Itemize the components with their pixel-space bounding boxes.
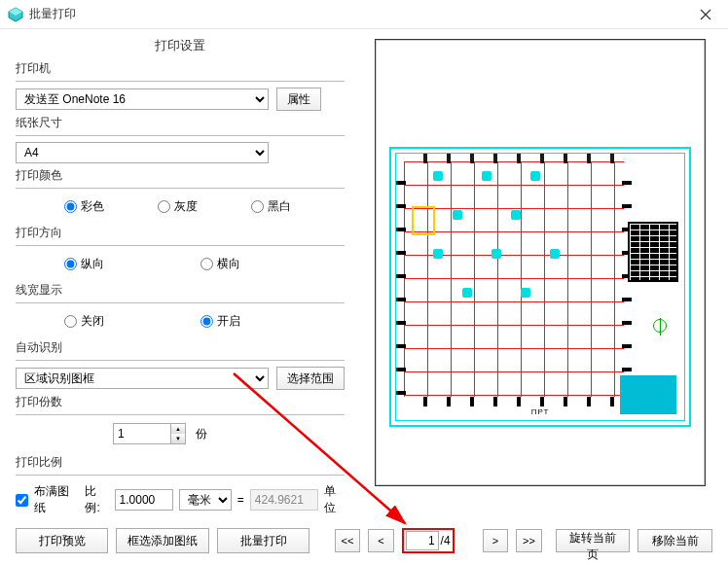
color-radio-bw[interactable]: 黑白 [251, 198, 345, 215]
equals-label: = [237, 493, 244, 507]
printer-label: 打印机 [16, 60, 345, 77]
drawing-border: ПРТ [389, 147, 691, 427]
nav-first-button[interactable]: << [335, 529, 360, 552]
printer-select[interactable]: 发送至 OneNote 16 [16, 88, 269, 110]
close-button[interactable] [691, 0, 720, 29]
nav-prev-button[interactable]: < [368, 529, 393, 552]
titlebar: 批量打印 [0, 0, 728, 29]
color-group: 打印颜色 彩色 灰度 黑白 [16, 167, 345, 221]
lineweight-group: 线宽显示 关闭 开启 [16, 282, 345, 335]
bottom-toolbar: 打印预览 框选添加图纸 批量打印 << < /4 > >> 旋转当前页 移除当前 [0, 516, 728, 565]
copies-label: 打印份数 [16, 394, 345, 410]
paper-group: 纸张尺寸 A4 [16, 115, 345, 163]
fit-label: 布满图纸 [34, 483, 75, 516]
scale-group: 打印比例 布满图纸 比例: 毫米 = 单位 [16, 454, 345, 516]
orientation-group: 打印方向 纵向 横向 [16, 225, 345, 278]
nav-next-button[interactable]: > [483, 529, 508, 552]
color-label: 打印颜色 [16, 167, 345, 184]
schedule-table [628, 222, 678, 282]
page-total: /4 [441, 534, 451, 547]
copies-unit: 份 [196, 426, 207, 442]
floor-plan-grid [404, 161, 624, 397]
scale-output [250, 489, 318, 511]
autodetect-label: 自动识别 [16, 339, 345, 356]
fit-checkbox[interactable] [16, 494, 28, 507]
orientation-radio-landscape[interactable]: 横向 [200, 256, 337, 272]
color-radio-gray[interactable]: 灰度 [158, 198, 251, 215]
drawing-caption: ПРТ [531, 407, 550, 416]
ratio-label: 比例: [85, 483, 108, 516]
copies-group: 打印份数 ▲ ▼ 份 [16, 394, 345, 450]
add-frame-button[interactable]: 框选添加图纸 [116, 528, 208, 553]
nav-last-button[interactable]: >> [516, 529, 541, 552]
lineweight-radio-on[interactable]: 开启 [200, 313, 337, 330]
title-block [620, 375, 676, 414]
rotate-page-button[interactable]: 旋转当前页 [556, 529, 631, 552]
paper-select[interactable]: A4 [16, 142, 269, 163]
select-range-button[interactable]: 选择范围 [276, 367, 345, 390]
settings-panel: 打印设置 打印机 发送至 OneNote 16 属性 纸张尺寸 A4 [0, 29, 360, 511]
remove-page-button[interactable]: 移除当前 [637, 529, 712, 552]
scale-label: 打印比例 [16, 454, 345, 471]
unit-suffix: 单位 [324, 483, 345, 516]
window-title: 批量打印 [29, 6, 691, 22]
lineweight-label: 线宽显示 [16, 282, 345, 299]
autodetect-group: 自动识别 区域识别图框 选择范围 [16, 339, 345, 390]
ratio-input[interactable] [115, 489, 173, 511]
print-preview-button[interactable]: 打印预览 [16, 528, 108, 553]
unit-select[interactable]: 毫米 [179, 489, 232, 511]
copies-input[interactable] [113, 423, 171, 444]
settings-heading: 打印设置 [16, 37, 345, 54]
content-area: 打印设置 打印机 发送至 OneNote 16 属性 纸张尺寸 A4 [0, 29, 728, 511]
lineweight-radio-off[interactable]: 关闭 [64, 313, 200, 330]
preview-page: ПРТ [375, 39, 706, 486]
app-icon [8, 7, 23, 22]
autodetect-select[interactable]: 区域识别图框 [16, 368, 269, 389]
copies-spinner[interactable]: ▲ ▼ [113, 423, 186, 444]
copies-down[interactable]: ▼ [171, 434, 185, 443]
paper-label: 纸张尺寸 [16, 115, 345, 131]
printer-group: 打印机 发送至 OneNote 16 属性 [16, 60, 345, 111]
preview-panel: ПРТ [360, 29, 728, 511]
batch-print-button[interactable]: 批量打印 [217, 528, 309, 553]
orientation-radio-portrait[interactable]: 纵向 [64, 256, 200, 272]
color-radio-color[interactable]: 彩色 [64, 198, 158, 215]
printer-properties-button[interactable]: 属性 [276, 88, 321, 111]
page-indicator: /4 [402, 528, 455, 553]
page-input[interactable] [406, 531, 439, 550]
copies-up[interactable]: ▲ [171, 424, 185, 434]
orientation-label: 打印方向 [16, 225, 345, 241]
north-arrow-icon [653, 319, 667, 333]
